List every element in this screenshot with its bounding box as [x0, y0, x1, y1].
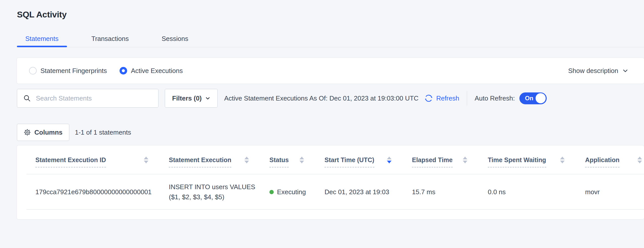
cell-start-time: Dec 01, 2023 at 19:03: [306, 174, 394, 210]
columns-button[interactable]: Columns: [17, 124, 69, 141]
columns-button-label: Columns: [34, 129, 62, 136]
column-header-statement-execution[interactable]: Statement Execution: [150, 145, 251, 174]
table-toolbar: Columns 1-1 of 1 statements: [17, 124, 644, 141]
auto-refresh-toggle-state: On: [525, 95, 533, 102]
table-header-row: Statement Execution ID Statement Executi…: [17, 145, 644, 174]
statements-table: Statement Execution ID Statement Executi…: [17, 145, 644, 219]
column-header-application[interactable]: Application: [567, 145, 644, 174]
sort-icons-active-desc: [387, 157, 392, 163]
vertical-divider: [467, 91, 467, 106]
toggle-knob: [536, 93, 546, 103]
controls-row: Filters (0) Active Statement Executions …: [17, 88, 644, 108]
auto-refresh-toggle[interactable]: On: [519, 92, 547, 104]
sort-icons: [560, 157, 565, 163]
tab-transactions-label: Transactions: [91, 35, 129, 43]
chevron-down-icon: [622, 68, 628, 74]
tab-transactions[interactable]: Transactions: [83, 31, 137, 47]
search-icon: [23, 94, 31, 102]
refresh-label: Refresh: [436, 94, 459, 102]
gear-icon: [24, 129, 31, 136]
cell-application: movr: [567, 174, 644, 210]
table-row[interactable]: 179cca7921e679b80000000000000001 INSERT …: [17, 174, 644, 210]
show-description-label: Show description: [568, 67, 618, 75]
filters-button-label: Filters (0): [172, 94, 202, 102]
refresh-button[interactable]: Refresh: [424, 94, 459, 103]
radio-statement-fingerprints-label: Statement Fingerprints: [40, 67, 107, 75]
radio-statement-fingerprints[interactable]: Statement Fingerprints: [29, 67, 107, 75]
search-input[interactable]: [35, 94, 155, 103]
results-count: 1-1 of 1 statements: [75, 129, 131, 136]
column-header-statement-execution-id[interactable]: Statement Execution ID: [17, 145, 150, 174]
search-box: [17, 89, 158, 108]
view-mode-card: Statement Fingerprints Active Executions…: [17, 58, 644, 84]
page-title: SQL Activity: [17, 0, 644, 19]
sort-icons: [244, 157, 249, 163]
as-of-timestamp: Active Statement Executions As Of: Dec 0…: [224, 94, 419, 102]
cell-statement-execution[interactable]: INSERT INTO users VALUES ($1, $2, $3, $4…: [150, 174, 251, 210]
tab-sessions[interactable]: Sessions: [153, 31, 197, 47]
radio-active-executions-label: Active Executions: [131, 67, 183, 75]
cell-time-spent-waiting: 0.0 ns: [469, 174, 567, 210]
sort-icons: [637, 157, 642, 163]
tab-statements[interactable]: Statements: [17, 31, 67, 47]
sort-icons: [300, 157, 304, 163]
filters-button[interactable]: Filters (0): [165, 89, 218, 108]
active-tab-indicator: [17, 46, 67, 47]
column-header-status[interactable]: Status: [251, 145, 306, 174]
cell-status: Executing: [251, 174, 306, 210]
column-header-time-spent-waiting[interactable]: Time Spent Waiting: [469, 145, 567, 174]
auto-refresh-label: Auto Refresh:: [475, 94, 515, 102]
tab-sessions-label: Sessions: [162, 35, 188, 43]
column-header-elapsed-time[interactable]: Elapsed Time: [394, 145, 469, 174]
show-description-button[interactable]: Show description: [568, 67, 628, 75]
radio-active-executions[interactable]: Active Executions: [120, 67, 183, 75]
sql-activity-tabs: Statements Transactions Sessions: [17, 31, 644, 47]
sort-icons: [144, 157, 148, 163]
radio-selected-icon: [120, 67, 127, 75]
chevron-down-icon: [205, 96, 210, 101]
radio-unselected-icon: [29, 67, 37, 75]
cell-statement-execution-id: 179cca7921e679b80000000000000001: [17, 174, 150, 210]
column-header-start-time[interactable]: Start Time (UTC): [306, 145, 394, 174]
tab-statements-label: Statements: [25, 35, 59, 43]
status-executing-dot-icon: [269, 190, 274, 194]
sort-icons: [463, 157, 467, 163]
refresh-icon: [424, 94, 433, 103]
cell-elapsed-time: 15.7 ms: [394, 174, 469, 210]
